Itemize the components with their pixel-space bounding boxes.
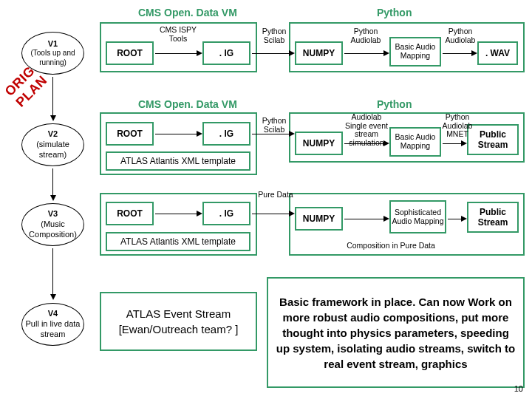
row1-label-audio-r: Python Audiolab xyxy=(442,27,479,44)
row2-basic-audio: Basic Audio Mapping xyxy=(389,127,441,157)
arrow xyxy=(344,53,388,54)
row3-root: ROOT xyxy=(106,202,154,225)
row3-label-comp: Composition in Pure Data xyxy=(343,242,439,250)
row3-public-stream: Public Stream xyxy=(467,202,519,233)
row1-label-scilab: Python Scilab xyxy=(259,27,290,44)
row3-ig: . IG xyxy=(202,202,250,225)
row2-atlas: ATLAS Atlantis XML template xyxy=(106,151,250,171)
arrow xyxy=(155,134,201,134)
row3-soph: Sophisticated Audio Mapping xyxy=(389,200,446,233)
arrow xyxy=(52,248,53,299)
arrow xyxy=(155,53,201,54)
row3-public-stream-text: Public Stream xyxy=(468,207,517,228)
step-v1-title: V1 xyxy=(48,39,58,50)
step-v4-sub: Pull in live data stream xyxy=(22,319,83,340)
arrow xyxy=(52,77,53,120)
page-number: 10 xyxy=(514,384,523,393)
row2-header-python: Python xyxy=(377,98,412,110)
arrow xyxy=(448,219,466,219)
step-v4-title: V4 xyxy=(48,309,58,319)
step-v3: V3 (Music Composition) xyxy=(21,203,84,246)
row2-label-audio-mnet: Python Audiolab MNET xyxy=(440,113,475,139)
row2-label-audiolab-single: Audiolab Single event stream simulation xyxy=(344,113,389,147)
step-v3-title: V3 xyxy=(48,209,58,219)
arrow xyxy=(344,219,388,219)
arrow xyxy=(252,53,293,54)
step-v2-title: V2 xyxy=(48,129,58,140)
row2-numpy: NUMPY xyxy=(295,132,343,155)
row3-atlas: ATLAS Atlantis XML template xyxy=(106,232,250,251)
arrow xyxy=(52,168,53,200)
step-v2-sub: (simulate stream) xyxy=(22,140,83,160)
row1-wav: . WAV xyxy=(477,41,518,65)
row1-label-audio-l: Python Audiolab xyxy=(347,27,384,44)
row1-header-python: Python xyxy=(377,7,412,18)
row1-label-ispy: CMS ISPY Tools xyxy=(157,26,200,43)
row2-root: ROOT xyxy=(106,122,154,146)
row3-numpy: NUMPY xyxy=(295,207,343,231)
step-v4: V4 Pull in live data stream xyxy=(21,303,84,346)
step-v1-sub: (Tools up and running) xyxy=(22,49,83,67)
row2-ig: . IG xyxy=(202,122,250,146)
row1-ig: . IG xyxy=(202,41,250,65)
arrow xyxy=(443,143,466,144)
row3-label-pure: Pure Data xyxy=(256,191,295,200)
step-v1: V1 (Tools up and running) xyxy=(21,32,84,75)
step-v2: V2 (simulate stream) xyxy=(21,123,84,166)
row1-numpy: NUMPY xyxy=(295,41,343,65)
row2-public-stream-text: Public Stream xyxy=(468,129,517,150)
row1-basic-audio: Basic Audio Mapping xyxy=(389,37,441,66)
row4-event-stream: ATLAS Event Stream [Ewan/Outreach team? … xyxy=(100,292,257,351)
step-v3-sub: (Music Composition) xyxy=(22,219,83,240)
arrow xyxy=(252,214,293,214)
row1-root: ROOT xyxy=(106,41,154,65)
row2-label-scilab: Python Scilab xyxy=(259,117,290,134)
arrow xyxy=(252,134,293,134)
arrow xyxy=(443,53,476,54)
row1-header-cms: CMS Open. Data VM xyxy=(138,7,237,18)
arrow xyxy=(344,143,388,144)
row2-header-cms: CMS Open. Data VM xyxy=(138,98,237,110)
arrow xyxy=(155,214,201,214)
row4-summary: Basic framework in place. Can now Work o… xyxy=(267,277,525,388)
